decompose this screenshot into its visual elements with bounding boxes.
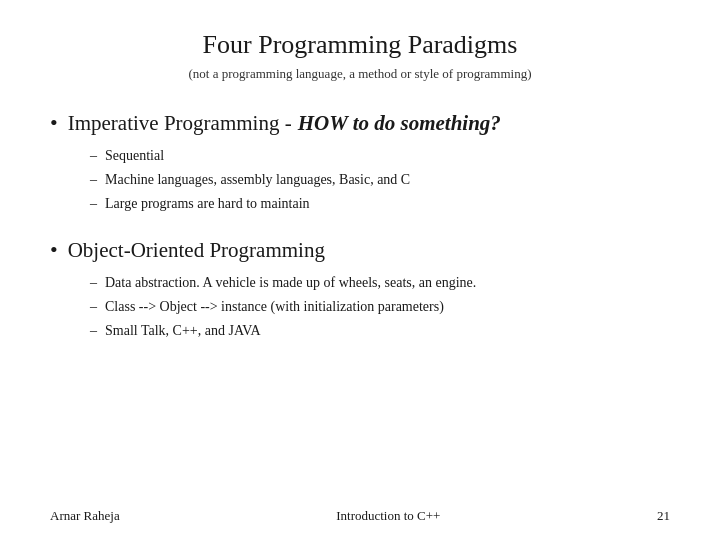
dash-icon: –: [90, 144, 97, 168]
dash-icon: –: [90, 271, 97, 295]
list-item: – Sequential: [90, 144, 670, 168]
slide-footer: Arnar Raheja Introduction to C++ 21: [50, 508, 670, 524]
bullet-oop: •: [50, 237, 58, 263]
dash-icon: –: [90, 295, 97, 319]
imperative-item-3: Large programs are hard to maintain: [105, 192, 310, 216]
list-item: – Large programs are hard to maintain: [90, 192, 670, 216]
list-item: – Data abstraction. A vehicle is made up…: [90, 271, 670, 295]
list-item: – Machine languages, assembly languages,…: [90, 168, 670, 192]
oop-item-3: Small Talk, C++, and JAVA: [105, 319, 261, 343]
section-oop: • Object-Oriented Programming – Data abs…: [50, 237, 670, 342]
slide-subtitle: (not a programming language, a method or…: [50, 66, 670, 82]
imperative-heading-normal: Imperative Programming -: [68, 111, 292, 136]
imperative-heading-italic: HOW to do something?: [298, 111, 501, 136]
section-imperative: • Imperative Programming - HOW to do som…: [50, 110, 670, 215]
slide-title: Four Programming Paradigms: [50, 30, 670, 60]
footer-author: Arnar Raheja: [50, 508, 120, 524]
section-imperative-header: • Imperative Programming - HOW to do som…: [50, 110, 670, 136]
footer-center: Introduction to C++: [336, 508, 440, 524]
dash-icon: –: [90, 319, 97, 343]
imperative-item-2: Machine languages, assembly languages, B…: [105, 168, 410, 192]
oop-heading-normal: Object-Oriented Programming: [68, 238, 325, 263]
oop-item-2: Class --> Object --> instance (with init…: [105, 295, 444, 319]
imperative-items: – Sequential – Machine languages, assemb…: [50, 144, 670, 215]
oop-items: – Data abstraction. A vehicle is made up…: [50, 271, 670, 342]
section-oop-header: • Object-Oriented Programming: [50, 237, 670, 263]
list-item: – Class --> Object --> instance (with in…: [90, 295, 670, 319]
footer-page-number: 21: [657, 508, 670, 524]
imperative-item-1: Sequential: [105, 144, 164, 168]
oop-item-1: Data abstraction. A vehicle is made up o…: [105, 271, 476, 295]
bullet-imperative: •: [50, 110, 58, 136]
dash-icon: –: [90, 192, 97, 216]
slide: Four Programming Paradigms (not a progra…: [0, 0, 720, 540]
list-item: – Small Talk, C++, and JAVA: [90, 319, 670, 343]
dash-icon: –: [90, 168, 97, 192]
